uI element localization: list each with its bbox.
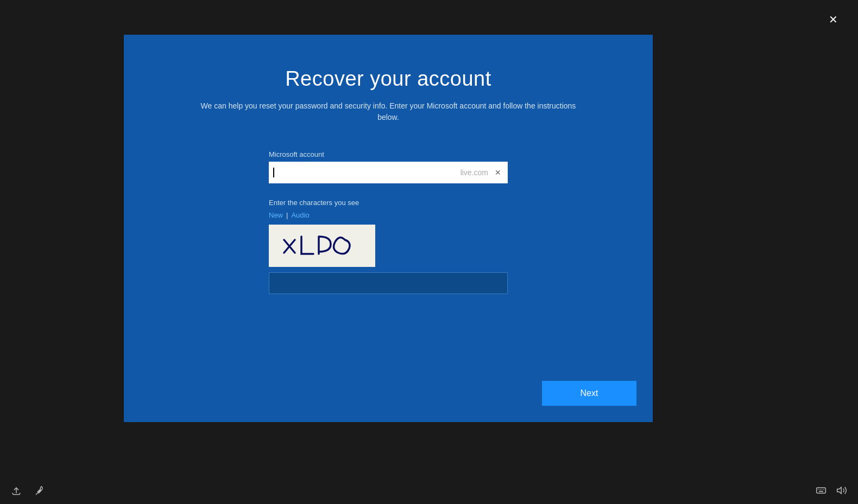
close-button[interactable]: ✕ <box>823 10 843 29</box>
account-input-wrapper: live.com ✕ <box>269 162 508 183</box>
svg-marker-8 <box>837 487 842 494</box>
captcha-links: New | Audio <box>269 211 508 219</box>
captcha-section-label: Enter the characters you see <box>269 199 508 207</box>
taskbar-keyboard-icon[interactable] <box>816 485 827 496</box>
taskbar-right <box>816 485 847 496</box>
form-area: Microsoft account live.com ✕ Enter the c… <box>269 150 508 294</box>
taskbar-restore-icon[interactable] <box>11 485 22 496</box>
restore-svg <box>11 485 22 496</box>
microsoft-account-input[interactable] <box>269 162 508 183</box>
tools-svg <box>35 485 46 496</box>
dialog-subtitle: We can help you reset your password and … <box>193 100 584 123</box>
captcha-audio-link[interactable]: Audio <box>291 211 309 219</box>
captcha-new-link[interactable]: New <box>269 211 283 219</box>
taskbar-left <box>11 485 46 496</box>
taskbar <box>0 477 858 504</box>
page-title: Recover your account <box>193 67 584 91</box>
close-icon: ✕ <box>829 13 838 26</box>
taskbar-volume-icon[interactable] <box>836 485 847 496</box>
captcha-svg <box>269 225 375 267</box>
captcha-image <box>269 225 375 267</box>
text-cursor <box>273 168 274 177</box>
keyboard-svg <box>816 485 827 496</box>
dialog-header: Recover your account We can help you res… <box>193 67 584 123</box>
account-field-label: Microsoft account <box>269 150 508 158</box>
captcha-input[interactable] <box>269 272 508 294</box>
recover-account-dialog: Recover your account We can help you res… <box>124 35 653 422</box>
svg-rect-2 <box>817 488 826 493</box>
volume-svg <box>836 485 847 496</box>
clear-input-button[interactable]: ✕ <box>493 167 503 178</box>
svg-rect-0 <box>269 225 375 267</box>
captcha-separator: | <box>286 211 288 219</box>
taskbar-tools-icon[interactable] <box>35 485 46 496</box>
next-button[interactable]: Next <box>542 381 636 406</box>
